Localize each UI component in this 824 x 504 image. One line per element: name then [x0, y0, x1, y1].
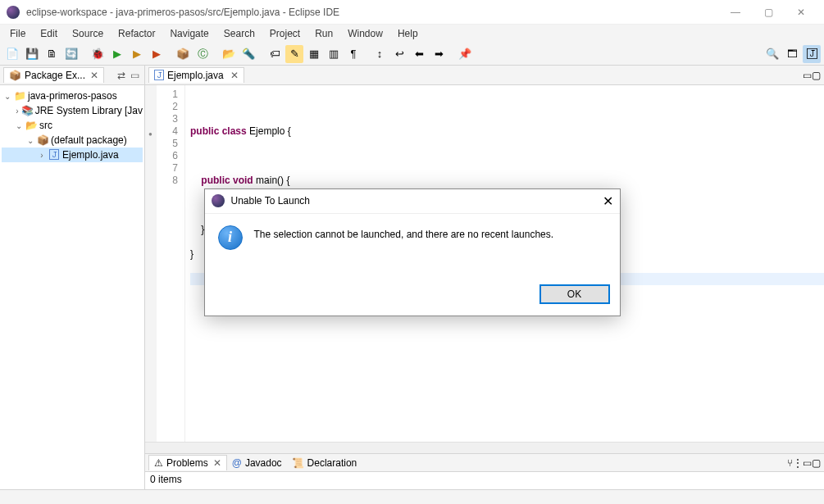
java-file-icon: 🄹	[154, 70, 164, 81]
menu-refactor[interactable]: Refactor	[112, 26, 162, 41]
package-icon: 📦	[9, 70, 21, 81]
editor-tab-ejemplo[interactable]: 🄹 Ejemplo.java ✕	[148, 67, 244, 83]
info-icon: i	[218, 225, 243, 250]
eclipse-logo-icon	[212, 194, 225, 207]
close-icon[interactable]: ✕	[230, 70, 239, 81]
tree-file-ejemplo[interactable]: › 🄹 Ejemplo.java	[2, 148, 143, 162]
dialog-titlebar: Unable To Launch ✕	[205, 189, 620, 214]
window-maximize-button[interactable]: ▢	[752, 0, 785, 25]
horizontal-scrollbar[interactable]	[145, 442, 824, 453]
open-perspective-button[interactable]: 🗔	[783, 45, 801, 63]
save-button[interactable]: 💾	[23, 45, 41, 63]
new-package-button[interactable]: 📦	[174, 45, 192, 63]
java-perspective-button[interactable]: 🄹	[803, 45, 821, 63]
minimize-editor-icon[interactable]: ▭	[803, 70, 812, 81]
menu-run[interactable]: Run	[308, 26, 339, 41]
package-explorer-tab[interactable]: 📦 Package Ex... ✕	[3, 67, 104, 83]
library-icon: 📚	[21, 105, 34, 116]
unable-to-launch-dialog: Unable To Launch ✕ i The selection canno…	[204, 188, 621, 316]
toggle-mark-button[interactable]: 🏷	[266, 45, 284, 63]
close-icon[interactable]: ✕	[213, 457, 221, 469]
package-explorer-header: 📦 Package Ex... ✕ ⇄ ▭	[0, 66, 144, 85]
link-editor-icon[interactable]: ⇄	[115, 69, 128, 82]
view-menu-icon[interactable]: ⋮	[793, 457, 803, 469]
chevron-right-icon[interactable]: ›	[36, 151, 48, 160]
tab-declaration[interactable]: 📜 Declaration	[287, 456, 362, 470]
filter-icon[interactable]: ⑂	[787, 457, 793, 469]
window-close-button[interactable]: ✕	[785, 0, 817, 25]
package-explorer-title: Package Ex...	[25, 70, 85, 81]
menu-search[interactable]: Search	[217, 26, 262, 41]
menubar: File Edit Source Refactor Navigate Searc…	[0, 25, 824, 43]
menu-file[interactable]: File	[3, 26, 32, 41]
status-bar	[0, 489, 824, 504]
dialog-close-button[interactable]: ✕	[603, 193, 613, 209]
menu-help[interactable]: Help	[391, 26, 425, 41]
search-icon[interactable]: 🔍	[763, 45, 781, 63]
run-button[interactable]: ▶	[108, 45, 126, 63]
coverage-button[interactable]: ▶	[128, 45, 146, 63]
tree-project[interactable]: ⌄ 📁 java-primeros-pasos	[2, 89, 143, 103]
search-button[interactable]: 🔦	[239, 45, 257, 63]
menu-window[interactable]: Window	[341, 26, 389, 41]
dialog-title: Unable To Launch	[231, 195, 603, 207]
eclipse-logo-icon	[7, 6, 20, 19]
maximize-bottom-icon[interactable]: ▢	[812, 457, 821, 469]
problems-body: 0 items	[145, 472, 824, 489]
ext-tools-button[interactable]: ▶	[148, 45, 166, 63]
window-minimize-button[interactable]: —	[719, 0, 752, 25]
menu-edit[interactable]: Edit	[34, 26, 64, 41]
forward-button[interactable]: ➡	[430, 45, 448, 63]
problems-count: 0 items	[150, 474, 182, 485]
package-explorer: 📦 Package Ex... ✕ ⇄ ▭ ⌄ 📁 java-primeros-…	[0, 66, 145, 489]
maximize-editor-icon[interactable]: ▢	[812, 70, 821, 81]
project-tree[interactable]: ⌄ 📁 java-primeros-pasos › 📚 JRE System L…	[0, 85, 144, 489]
tab-javadoc[interactable]: @ Javadoc	[227, 456, 287, 470]
dialog-buttons: OK	[205, 279, 620, 316]
open-type-button[interactable]: 📂	[220, 45, 238, 63]
back-button[interactable]: ⬅	[410, 45, 428, 63]
toolbar: 📄 💾 🗎 🔄 🐞 ▶ ▶ ▶ 📦 Ⓒ 📂 🔦 🏷 ✎ ▦ ▥ ¶ ↕ ↩ ⬅ …	[0, 43, 824, 66]
project-icon: 📁	[13, 90, 26, 102]
window-titlebar: eclipse-workspace - java-primeros-pasos/…	[0, 0, 824, 25]
menu-source[interactable]: Source	[66, 26, 110, 41]
tree-default-package[interactable]: ⌄ 📦 (default package)	[2, 133, 143, 148]
menu-navigate[interactable]: Navigate	[163, 26, 215, 41]
editor-tab-label: Ejemplo.java	[167, 70, 224, 81]
show-whitespace-button[interactable]: ¶	[344, 45, 362, 63]
toggle-highlight-button[interactable]: ✎	[285, 45, 303, 63]
last-edit-button[interactable]: ↩	[390, 45, 408, 63]
src-folder-icon: 📂	[25, 120, 38, 131]
new-button[interactable]: 📄	[3, 45, 21, 63]
toggle-block-button[interactable]: ▦	[305, 45, 323, 63]
annotation-prev-button[interactable]: ↕	[371, 45, 389, 63]
chevron-down-icon[interactable]: ⌄	[25, 136, 36, 145]
ok-button[interactable]: OK	[539, 284, 610, 304]
minimize-bottom-icon[interactable]: ▭	[803, 457, 812, 469]
declaration-icon: 📜	[292, 457, 304, 469]
chevron-down-icon[interactable]: ⌄	[2, 92, 13, 101]
menu-project[interactable]: Project	[263, 26, 307, 41]
tab-problems[interactable]: ⚠ Problems ✕	[148, 455, 227, 470]
pin-button[interactable]: 📌	[456, 45, 474, 63]
switch-button[interactable]: 🔄	[62, 45, 80, 63]
bottom-tabs: ⚠ Problems ✕ @ Javadoc 📜 Declaration ⑂ ⋮…	[145, 454, 824, 472]
save-all-button[interactable]: 🗎	[43, 45, 61, 63]
dialog-body: i The selection cannot be launched, and …	[205, 214, 620, 279]
javadoc-icon: @	[232, 457, 242, 469]
bottom-panel: ⚠ Problems ✕ @ Javadoc 📜 Declaration ⑂ ⋮…	[145, 453, 824, 489]
close-icon[interactable]: ✕	[90, 70, 98, 81]
tree-jre[interactable]: › 📚 JRE System Library [Jav	[2, 103, 143, 118]
java-file-icon: 🄹	[48, 149, 61, 161]
tree-src[interactable]: ⌄ 📂 src	[2, 118, 143, 133]
new-class-button[interactable]: Ⓒ	[193, 45, 212, 63]
chevron-right-icon[interactable]: ›	[13, 107, 21, 116]
chevron-down-icon[interactable]: ⌄	[13, 121, 25, 130]
dialog-message: The selection cannot be launched, and th…	[254, 225, 554, 250]
minimize-view-icon[interactable]: ▭	[128, 69, 141, 82]
window-title: eclipse-workspace - java-primeros-pasos/…	[26, 7, 719, 18]
line-gutter: 1 2 3 4 5 6 7 8	[157, 85, 185, 442]
debug-button[interactable]: 🐞	[89, 45, 107, 63]
toggle-ws-button[interactable]: ▥	[325, 45, 343, 63]
package-icon: 📦	[36, 134, 49, 146]
